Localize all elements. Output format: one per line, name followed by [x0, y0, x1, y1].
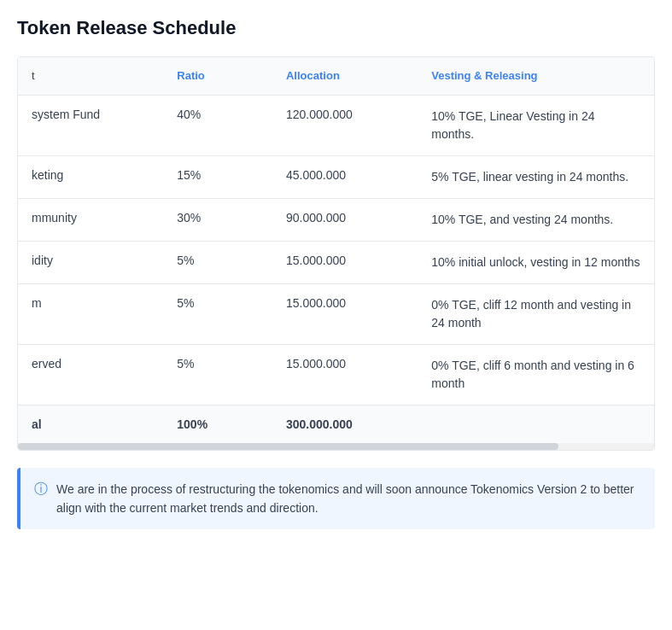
table: t Ratio Allocation Vesting & Releasing s… — [18, 57, 654, 443]
cell-name: erved — [18, 344, 163, 405]
cell-ratio: 40% — [163, 95, 272, 155]
cell-vesting: 0% TGE, cliff 12 month and vesting in 24… — [418, 283, 654, 344]
cell-name: m — [18, 283, 163, 344]
cell-vesting: 0% TGE, cliff 6 month and vesting in 6 m… — [418, 344, 654, 405]
cell-vesting: 10% TGE, Linear Vesting in 24 months. — [418, 95, 654, 155]
total-ratio: 100% — [163, 405, 272, 443]
cell-allocation: 15.000.000 — [272, 344, 418, 405]
scrollbar-thumb[interactable] — [18, 443, 558, 450]
col-header-name: t — [18, 57, 163, 95]
cell-ratio: 30% — [163, 198, 272, 241]
table-row: system Fund40%120.000.00010% TGE, Linear… — [18, 95, 654, 155]
cell-vesting: 5% TGE, linear vesting in 24 months. — [418, 155, 654, 198]
cell-ratio: 5% — [163, 344, 272, 405]
cell-name: keting — [18, 155, 163, 198]
col-header-allocation: Allocation — [272, 57, 418, 95]
cell-name: idity — [18, 241, 163, 283]
cell-name: mmunity — [18, 198, 163, 241]
total-vesting — [418, 405, 654, 443]
table-row: mmunity30%90.000.00010% TGE, and vesting… — [18, 198, 654, 241]
cell-allocation: 15.000.000 — [272, 241, 418, 283]
cell-allocation: 15.000.000 — [272, 283, 418, 344]
cell-allocation: 120.000.000 — [272, 95, 418, 155]
total-allocation: 300.000.000 — [272, 405, 418, 443]
cell-allocation: 90.000.000 — [272, 198, 418, 241]
col-header-vesting: Vesting & Releasing — [418, 57, 654, 95]
info-icon: ⓘ — [34, 481, 48, 499]
cell-ratio: 5% — [163, 283, 272, 344]
cell-ratio: 15% — [163, 155, 272, 198]
cell-vesting: 10% TGE, and vesting 24 months. — [418, 198, 654, 241]
col-header-ratio: Ratio — [163, 57, 272, 95]
table-row: m5%15.000.0000% TGE, cliff 12 month and … — [18, 283, 654, 344]
table-row: keting15%45.000.0005% TGE, linear vestin… — [18, 155, 654, 198]
cell-allocation: 45.000.000 — [272, 155, 418, 198]
cell-vesting: 10% initial unlock, vesting in 12 months — [418, 241, 654, 283]
table-header-row: t Ratio Allocation Vesting & Releasing — [18, 57, 654, 95]
total-name: al — [18, 405, 163, 443]
page-title: Token Release Schedule — [17, 17, 655, 39]
table-total-row: al100%300.000.000 — [18, 405, 654, 443]
table-row: erved5%15.000.0000% TGE, cliff 6 month a… — [18, 344, 654, 405]
cell-ratio: 5% — [163, 241, 272, 283]
scrollbar-track[interactable] — [18, 443, 654, 450]
token-release-table: t Ratio Allocation Vesting & Releasing s… — [17, 56, 655, 451]
table-row: idity5%15.000.00010% initial unlock, ves… — [18, 241, 654, 283]
info-banner: ⓘ We are in the process of restructuring… — [17, 468, 655, 530]
cell-name: system Fund — [18, 95, 163, 155]
info-text: We are in the process of restructuring t… — [56, 480, 641, 518]
